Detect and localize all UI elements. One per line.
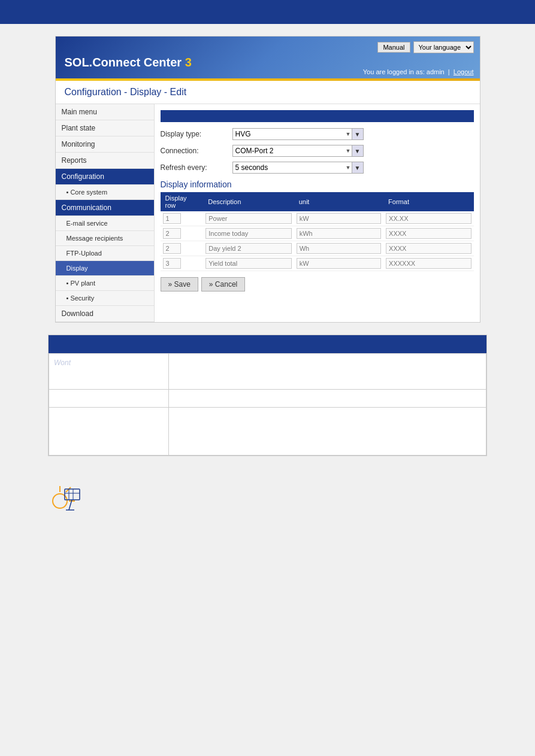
row3-format[interactable]	[386, 243, 471, 254]
page-title: Configuration - Display - Edit	[65, 87, 471, 98]
col-description: Description	[203, 192, 294, 211]
row3-description[interactable]	[205, 243, 291, 254]
bottom-row-2	[49, 390, 486, 408]
language-select[interactable]: Your language	[413, 41, 474, 53]
bottom-row-3	[49, 408, 486, 456]
sidebar-item-pv-plant[interactable]: • PV plant	[56, 276, 154, 291]
app-window: SOL.Connect Center 3 Manual Your languag…	[55, 36, 480, 323]
row1-format[interactable]	[386, 213, 471, 224]
app-header: SOL.Connect Center 3 Manual Your languag…	[56, 37, 480, 78]
row2-description[interactable]	[205, 228, 291, 239]
row3-unit[interactable]	[297, 243, 381, 254]
connection-dropdown-btn[interactable]: ▼	[352, 145, 364, 157]
refresh-label: Refresh every:	[161, 163, 232, 172]
company-logo	[48, 480, 84, 516]
sidebar-item-plant-state[interactable]: Plant state	[56, 120, 154, 136]
row4-description[interactable]	[205, 258, 291, 269]
cancel-button[interactable]: » Cancel	[201, 277, 245, 292]
row1-description[interactable]	[205, 213, 291, 224]
logo-text: SOL.Connect Center	[65, 56, 182, 69]
table-row	[161, 211, 474, 226]
row3-num[interactable]	[163, 243, 181, 254]
login-info: You are logged in as: admin | Logout	[363, 68, 474, 75]
row2-format[interactable]	[386, 228, 471, 239]
top-bar	[0, 0, 535, 24]
row2-unit[interactable]	[297, 228, 381, 239]
connection-label: Connection:	[161, 147, 232, 155]
display-type-label: Display type:	[161, 130, 232, 138]
connection-control: COM-Port 1 COM-Port 2 COM-Port 3 ▼	[232, 145, 364, 157]
bottom-content-table: Wont	[49, 353, 486, 456]
sidebar-item-configuration[interactable]: Configuration	[56, 169, 154, 185]
bottom-section: Wont	[48, 335, 487, 456]
sidebar-item-ftp-upload[interactable]: FTP-Upload	[56, 246, 154, 261]
bottom-left-2	[49, 390, 169, 408]
content-area: Main menu Plant state Monitoring Reports…	[56, 104, 480, 322]
row1-num[interactable]	[163, 213, 181, 224]
col-format: Format	[383, 192, 473, 211]
table-row	[161, 241, 474, 256]
header-controls: Manual Your language	[377, 41, 473, 53]
main-content: Display type: HVG Option 2 ▼ Connection:	[155, 104, 480, 322]
display-type-select[interactable]: HVG Option 2	[232, 128, 352, 140]
refresh-select[interactable]: 1 second 5 seconds 10 seconds 30 seconds	[232, 162, 352, 174]
bottom-right-3	[169, 408, 486, 456]
refresh-row: Refresh every: 1 second 5 seconds 10 sec…	[161, 162, 474, 174]
bottom-row-1: Wont	[49, 354, 486, 390]
col-unit: unit	[294, 192, 383, 211]
app-logo: SOL.Connect Center 3	[56, 50, 201, 75]
display-type-control: HVG Option 2 ▼	[232, 128, 364, 140]
sidebar-item-security[interactable]: • Security	[56, 291, 154, 306]
svg-line-3	[66, 487, 71, 492]
sidebar: Main menu Plant state Monitoring Reports…	[56, 104, 155, 322]
display-type-row: Display type: HVG Option 2 ▼	[161, 128, 474, 140]
sidebar-item-main-menu[interactable]: Main menu	[56, 104, 154, 120]
row4-num[interactable]	[163, 258, 181, 269]
refresh-select-wrapper: 1 second 5 seconds 10 seconds 30 seconds	[232, 162, 352, 174]
sidebar-item-email-service[interactable]: E-mail service	[56, 216, 154, 231]
bottom-table-header	[49, 335, 486, 353]
row4-format[interactable]	[386, 258, 471, 269]
row1-unit[interactable]	[297, 213, 381, 224]
login-text: You are logged in as: admin	[363, 68, 445, 75]
page-wrapper: SOL.Connect Center 3 Manual Your languag…	[0, 24, 535, 540]
sidebar-item-display[interactable]: Display	[56, 261, 154, 276]
display-type-dropdown-btn[interactable]: ▼	[352, 128, 364, 140]
display-info-title: Display information	[161, 180, 474, 189]
table-row	[161, 256, 474, 271]
display-type-select-wrapper: HVG Option 2	[232, 128, 352, 140]
sidebar-item-core-system[interactable]: • Core system	[56, 185, 154, 200]
sidebar-item-monitoring[interactable]: Monitoring	[56, 136, 154, 153]
row4-unit[interactable]	[297, 258, 381, 269]
connection-select-wrapper: COM-Port 1 COM-Port 2 COM-Port 3	[232, 145, 352, 157]
logo-number: 3	[185, 56, 192, 69]
page-title-bar: Configuration - Display - Edit	[56, 81, 480, 104]
action-buttons: » Save » Cancel	[161, 277, 474, 292]
bottom-left-1: Wont	[49, 354, 169, 390]
bottom-right-1	[169, 354, 486, 390]
connection-row: Connection: COM-Port 1 COM-Port 2 COM-Po…	[161, 145, 474, 157]
save-button[interactable]: » Save	[161, 277, 198, 292]
sidebar-item-message-recipients[interactable]: Message recipients	[56, 231, 154, 246]
sidebar-item-download[interactable]: Download	[56, 306, 154, 322]
logout-link[interactable]: Logout	[454, 68, 474, 75]
sidebar-item-reports[interactable]: Reports	[56, 153, 154, 169]
sidebar-item-communication[interactable]: Communication	[56, 200, 154, 216]
refresh-control: 1 second 5 seconds 10 seconds 30 seconds…	[232, 162, 364, 174]
row2-num[interactable]	[163, 228, 181, 239]
refresh-dropdown-btn[interactable]: ▼	[352, 162, 364, 174]
table-row	[161, 226, 474, 241]
wont-text: Wont	[54, 359, 71, 367]
manual-button[interactable]: Manual	[377, 42, 410, 53]
bottom-right-2	[169, 390, 486, 408]
logo-section	[24, 468, 511, 528]
section-header-bar	[161, 110, 474, 122]
bottom-left-3	[49, 408, 169, 456]
display-table: Display row Description unit Format	[161, 192, 474, 271]
col-display-row: Display row	[161, 192, 204, 211]
connection-select[interactable]: COM-Port 1 COM-Port 2 COM-Port 3	[232, 145, 352, 157]
